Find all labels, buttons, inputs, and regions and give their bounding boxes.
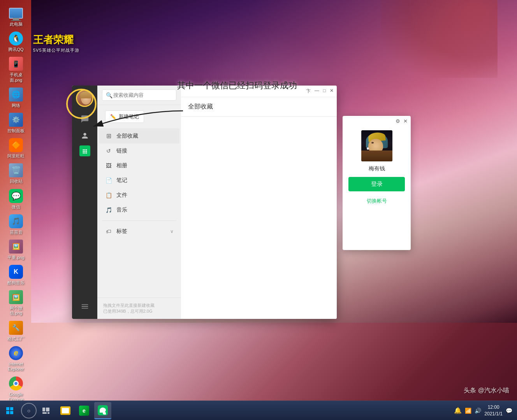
task-view-button[interactable] <box>38 403 54 418</box>
control-panel-icon: ⚙️ <box>8 112 24 128</box>
sidebar-chat-icon[interactable] <box>78 112 91 126</box>
watermark: 头条 @汽水小喵 <box>464 387 509 395</box>
taskbar-wechat[interactable] <box>94 402 111 419</box>
nav-item-links[interactable]: ↺ 链接 <box>99 144 179 158</box>
volume-icon[interactable]: 🔊 <box>475 408 481 414</box>
desktop-icon-kugou[interactable]: K 酷狗音乐 <box>2 262 30 287</box>
music-icon: 🎵 <box>105 207 113 213</box>
desktop-icon-network[interactable]: 🌐 网络 <box>2 85 30 110</box>
alibaba-label: 阿里旺旺 <box>7 154 25 159</box>
maximize-button[interactable]: □ <box>323 88 326 94</box>
edge-icon: e <box>79 406 89 416</box>
cortana-button[interactable]: ○ <box>21 403 37 418</box>
ie-label: Internet Explorer <box>4 362 28 372</box>
login-settings-icon[interactable]: ⚙ <box>396 118 400 124</box>
login-username: 梅有钱 <box>369 165 385 172</box>
content-header: 全部收藏 <box>181 97 337 117</box>
taskbar-explorer[interactable] <box>57 402 74 419</box>
login-titlebar: ⚙ ✕ <box>343 116 411 126</box>
game-title: 王者荣耀 <box>33 33 79 47</box>
desktop-icon-control-panel[interactable]: ⚙️ 控制面板 <box>2 110 30 135</box>
blue-app-label: 苗苗音 <box>10 230 23 235</box>
new-note-label: 新建笔记 <box>119 113 139 120</box>
drag-hint: 拖拽文件至此直接新建收藏 <box>103 303 175 308</box>
cortana-icon: ○ <box>27 408 30 414</box>
taskbar-right: 🔔 📶 🔊 12:00 2021/1/1 💬 <box>454 404 517 417</box>
close-button[interactable]: ✕ <box>330 88 334 94</box>
pencil-icon: ✏️ <box>110 114 116 120</box>
new-note-area: ✏️ 新建笔记 <box>97 105 181 128</box>
login-close-icon[interactable]: ✕ <box>403 118 408 124</box>
svg-rect-7 <box>42 412 47 414</box>
tags-left: 🏷 标签 <box>105 228 127 235</box>
computer-icon <box>8 5 24 21</box>
ie-icon: e <box>8 345 24 361</box>
clock[interactable]: 12:00 2021/1/1 <box>484 404 503 417</box>
nav-item-album[interactable]: 🖼 相册 <box>99 158 179 173</box>
nav-notes-label: 笔记 <box>116 177 127 184</box>
action-center-icon[interactable]: 💬 <box>506 408 512 414</box>
game-logo-area: 王者荣耀 5V5英雄公平对战手游 <box>33 33 79 53</box>
desktop-icon-format[interactable]: 🔧 格式工厂 <box>2 318 30 343</box>
sidebar-contacts-icon[interactable] <box>78 129 91 142</box>
format-label: 格式工厂 <box>7 336 25 341</box>
minimize-button[interactable]: — <box>315 88 319 94</box>
notes-icon: 📄 <box>105 177 113 184</box>
login-button[interactable]: 登录 <box>348 177 405 191</box>
nav-item-files[interactable]: 📋 文件 <box>99 188 179 203</box>
nav-files-label: 文件 <box>116 192 127 199</box>
explorer-icon <box>60 406 70 415</box>
files-icon: 📋 <box>105 192 113 198</box>
desktop: 王者荣耀 5V5英雄公平对战手游 此电脑 🐧 腾讯QQ 📱 <box>0 0 517 420</box>
desktop-icon-wechat[interactable]: 💬 微信 <box>2 187 30 211</box>
nav-divider <box>102 220 176 221</box>
desktop-icon-blue-app[interactable]: 🎵 苗苗音 <box>2 212 30 236</box>
nav-item-tags[interactable]: 🏷 标签 ∨ <box>99 224 179 239</box>
desktop-icon-ie[interactable]: e Internet Explorer <box>2 344 30 373</box>
desktop-icon-qq[interactable]: 🐧 腾讯QQ <box>2 29 30 54</box>
sidebar-favorites-icon[interactable] <box>79 145 90 156</box>
desktop-icons-column: 此电脑 🐧 腾讯QQ 📱 手机桌面.png 🌐 网络 ⚙️ <box>2 4 31 420</box>
login-avatar <box>361 130 392 161</box>
taskbar-edge[interactable]: e <box>76 402 93 419</box>
wechat-avatar[interactable] <box>76 89 93 107</box>
blue-app-icon: 🎵 <box>8 214 24 229</box>
start-button[interactable] <box>0 401 19 420</box>
desktop-icon-alibaba[interactable]: 🔶 阿里旺旺 <box>2 136 30 160</box>
recycle-label: 回收站 <box>10 179 23 184</box>
svg-rect-2 <box>10 407 13 410</box>
desktop-icon-chrome[interactable]: Google Chrome <box>2 374 30 404</box>
tags-icon: 🏷 <box>105 228 113 234</box>
desktop-icon-recycle[interactable]: 🗑️ 回收站 <box>2 161 30 186</box>
sidebar-menu-icon[interactable] <box>78 299 91 313</box>
desktop-icon-wechat-png[interactable]: 🖼️ 网个微信.png <box>2 288 30 317</box>
switch-account-button[interactable]: 切换帐号 <box>365 196 389 206</box>
alibaba-icon: 🔶 <box>8 137 24 153</box>
search-icon: 🔍 <box>106 92 113 98</box>
tags-label: 标签 <box>116 228 127 235</box>
notification-icon[interactable]: 🔔 <box>454 407 462 414</box>
desktop-icon-computer[interactable]: 此电脑 <box>2 4 30 28</box>
kugou-icon: K <box>8 264 24 280</box>
nav-item-notes[interactable]: 📄 笔记 <box>99 173 179 188</box>
network-label: 网络 <box>12 103 20 108</box>
desktop-icon-png-file[interactable]: 🖼️ 平重.png <box>2 237 30 262</box>
search-input[interactable] <box>102 89 176 101</box>
wechat-login-window: ⚙ ✕ <box>343 116 411 250</box>
storage-info: 已使用349B，总可用2.0G <box>103 308 175 314</box>
nav-item-all[interactable]: ⊞ 全部收藏 <box>99 128 179 144</box>
desktop-icon-phone-bg[interactable]: 📱 手机桌面.png <box>2 54 30 84</box>
nav-item-music[interactable]: 🎵 音乐 <box>99 203 179 217</box>
new-note-button[interactable]: ✏️ 新建笔记 <box>105 110 144 123</box>
wechat-taskbar-icon <box>98 405 108 415</box>
recycle-icon: 🗑️ <box>8 163 24 178</box>
png-file-label: 平重.png <box>7 255 24 260</box>
wechat-desktop-icon: 💬 <box>8 188 24 204</box>
network-status-icon: 📶 <box>465 408 471 414</box>
wechat-png-label: 网个微信.png <box>4 306 28 316</box>
tree-branches <box>381 0 498 78</box>
annotation-text: 其中一个微信已经扫码登录成功 <box>177 80 297 91</box>
pin-button[interactable]: 卞 <box>306 88 311 94</box>
wechat-content-area: 卞 — □ ✕ 全部收藏 <box>181 86 337 319</box>
nav-all-label: 全部收藏 <box>116 133 138 140</box>
